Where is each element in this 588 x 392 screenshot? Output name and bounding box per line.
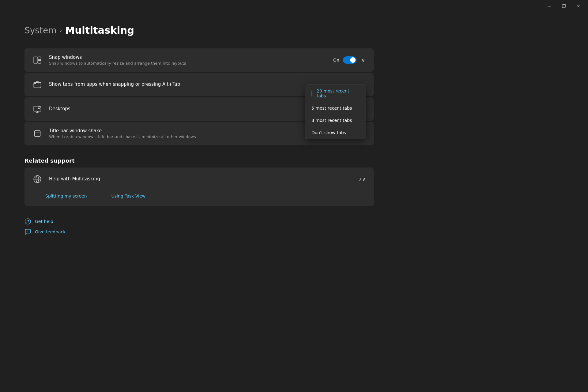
snap-windows-toggle[interactable] — [343, 56, 356, 64]
give-feedback-label: Give feedback — [35, 229, 66, 234]
dropdown-item-5tabs-label: 5 most recent tabs — [311, 106, 352, 111]
breadcrumb-system[interactable]: System — [24, 25, 56, 36]
title-bar-shake-text: Title bar window shake When I grab a win… — [49, 128, 337, 139]
maximize-button[interactable]: ❐ — [557, 1, 571, 11]
show-tabs-icon — [32, 79, 43, 90]
get-help-link[interactable]: Get help — [24, 218, 374, 225]
snap-windows-card: Snap windows Snap windows to automatical… — [24, 48, 374, 72]
svg-rect-2 — [38, 60, 41, 63]
minimize-button[interactable]: ─ — [542, 1, 556, 11]
dropdown-item-notabs-label: Don't show tabs — [311, 130, 346, 135]
svg-rect-1 — [38, 57, 41, 60]
footer-links: Get help Give feedback — [24, 218, 374, 235]
chevron-down-icon — [361, 57, 365, 63]
svg-point-5 — [37, 111, 38, 112]
tabs-dropdown-menu[interactable]: 20 most recent tabs 5 most recent tabs 3… — [305, 85, 366, 139]
snap-windows-status: On — [333, 58, 339, 62]
title-bar-shake-desc: When I grab a window's title bar and sha… — [49, 134, 337, 139]
breadcrumb-current: Multitasking — [65, 24, 134, 36]
help-header[interactable]: Help with Multitasking ∧ — [24, 168, 374, 191]
title-bar-shake-title: Title bar window shake — [49, 128, 337, 134]
snap-windows-desc: Snap windows to automatically resize and… — [49, 61, 327, 66]
related-support-section: Related support Help with Multitasking ∧ — [24, 157, 374, 206]
dropdown-item-20tabs-label: 20 most recent tabs — [317, 89, 360, 98]
dropdown-item-3tabs-label: 3 most recent tabs — [311, 118, 352, 123]
task-view-link[interactable]: Using Task View — [111, 194, 146, 198]
give-feedback-link[interactable]: Give feedback — [24, 228, 374, 235]
get-help-icon — [24, 218, 31, 225]
show-tabs-card: Show tabs from apps when snapping or pre… — [24, 73, 374, 96]
svg-point-6 — [38, 107, 40, 109]
help-title: Help with Multitasking — [49, 176, 100, 182]
related-support-title: Related support — [24, 157, 374, 164]
snap-windows-text: Snap windows Snap windows to automatical… — [49, 55, 327, 66]
close-button[interactable]: ✕ — [571, 1, 586, 11]
help-card: Help with Multitasking ∧ Splitting my sc… — [24, 168, 374, 206]
title-bar: ─ ❐ ✕ — [0, 0, 588, 12]
selected-indicator — [311, 90, 312, 96]
give-feedback-icon — [24, 228, 31, 235]
help-collapse-icon[interactable]: ∧ — [359, 176, 366, 183]
svg-point-9 — [28, 223, 28, 223]
breadcrumb-arrow: › — [59, 27, 62, 34]
dropdown-item-notabs[interactable]: Don't show tabs — [305, 126, 366, 139]
snap-windows-control: On — [333, 56, 366, 65]
settings-group: Snap windows Snap windows to automatical… — [24, 48, 374, 145]
desktops-icon — [32, 104, 43, 115]
snap-windows-title: Snap windows — [49, 55, 327, 60]
dropdown-item-3tabs[interactable]: 3 most recent tabs — [305, 114, 366, 126]
dropdown-item-20tabs[interactable]: 20 most recent tabs — [305, 85, 366, 102]
title-bar-shake-icon — [32, 128, 43, 139]
breadcrumb: System › Multitasking — [24, 24, 374, 36]
svg-point-8 — [25, 219, 31, 224]
help-header-left: Help with Multitasking — [32, 174, 100, 185]
help-links: Splitting my screen Using Task View — [24, 191, 374, 206]
splitting-screen-link[interactable]: Splitting my screen — [45, 194, 87, 198]
help-globe-icon — [32, 174, 43, 185]
snap-windows-expand-button[interactable] — [360, 56, 366, 65]
main-content: System › Multitasking Snap windows Snap … — [0, 12, 398, 247]
dropdown-item-5tabs[interactable]: 5 most recent tabs — [305, 102, 366, 114]
get-help-label: Get help — [35, 219, 53, 224]
snap-windows-icon — [32, 55, 43, 66]
svg-rect-0 — [34, 57, 37, 63]
